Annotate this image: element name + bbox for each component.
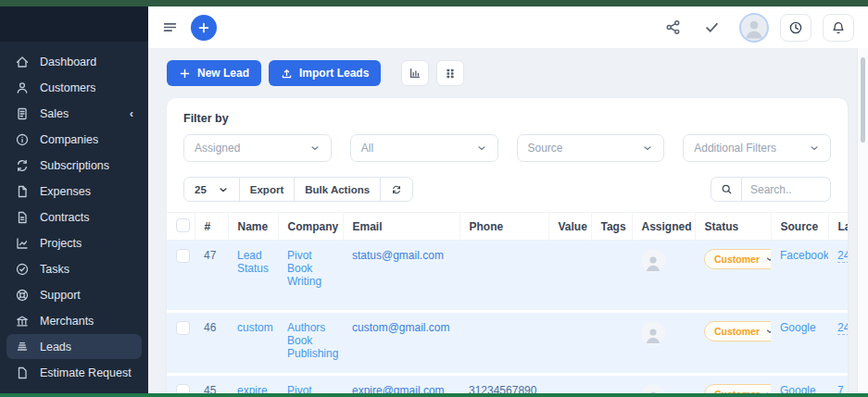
row-select-cell <box>167 241 195 312</box>
lead-email: expire@gmail.com <box>343 375 459 394</box>
sidebar-item-knowledge-base[interactable]: Knowledge Base <box>6 386 142 393</box>
sidebar-item-dashboard[interactable]: Dashboard <box>6 49 142 74</box>
page-scrollbar[interactable] <box>857 48 868 393</box>
quick-add-button[interactable] <box>191 15 217 41</box>
sidebar-item-tasks[interactable]: Tasks <box>6 256 142 281</box>
lead-id: 45 <box>195 375 228 394</box>
lead-value <box>548 375 591 394</box>
menu-toggle-icon[interactable] <box>160 19 179 37</box>
column-header-assigned[interactable]: Assigned <box>632 213 695 241</box>
plus-icon <box>179 68 191 80</box>
sidebar-item-sales[interactable]: Sales‹ <box>6 101 142 126</box>
assigned-avatar[interactable] <box>641 384 665 393</box>
column-header-source[interactable]: Source <box>771 213 828 241</box>
lead-name-link[interactable]: custom <box>237 321 273 334</box>
new-lead-label: New Lead <box>197 67 249 80</box>
company-link[interactable]: Authors Book Publishing <box>287 321 338 360</box>
lead-name-cell: Lead Status <box>228 241 278 312</box>
kanban-view-button[interactable] <box>436 60 464 86</box>
sidebar-item-expenses[interactable]: Expenses <box>6 179 142 204</box>
status-dropdown[interactable]: Customer <box>704 249 771 269</box>
assigned-avatar[interactable] <box>641 249 665 273</box>
last-contact-link[interactable]: 7 <box>837 384 844 393</box>
notifications-bell-button[interactable] <box>823 14 854 42</box>
export-button[interactable]: Export <box>239 177 295 202</box>
assigned-avatar[interactable] <box>641 321 665 345</box>
sidebar-item-support[interactable]: Support <box>6 282 142 307</box>
sidebar-item-label: Support <box>40 289 81 302</box>
lead-name-link[interactable]: expire check <box>237 384 268 393</box>
sidebar-item-customers[interactable]: Customers <box>6 75 142 100</box>
sidebar-item-projects[interactable]: Projects <box>6 230 142 255</box>
search-button[interactable] <box>711 177 742 202</box>
column-header-company[interactable]: Company <box>278 213 343 241</box>
company-link[interactable]: Pivot Book Writing <box>287 384 321 393</box>
source-link[interactable]: Google <box>780 384 816 393</box>
company-link[interactable]: Pivot Book Writing <box>287 249 321 288</box>
row-checkbox[interactable] <box>176 249 190 263</box>
select-all-checkbox[interactable] <box>176 218 190 232</box>
user-avatar[interactable] <box>739 13 769 43</box>
scrollbar-thumb[interactable] <box>861 57 865 143</box>
sidebar-item-merchants[interactable]: Merchants <box>6 308 142 333</box>
checkmark-icon[interactable] <box>702 19 721 37</box>
assigned-cell <box>632 375 695 394</box>
share-icon[interactable] <box>663 19 682 37</box>
chevron-down-icon <box>642 143 653 154</box>
new-lead-button[interactable]: New Lead <box>167 60 261 86</box>
filter-dropdown-additional-filters[interactable]: Additional Filters <box>683 134 831 162</box>
sidebar: DashboardCustomersSales‹CompaniesSubscri… <box>0 6 148 393</box>
expenses-icon <box>15 184 30 199</box>
table-row: 47Lead StatusPivot Book Writingstatus@gm… <box>167 241 848 312</box>
last-contact-link[interactable]: 24 <box>837 321 848 335</box>
lead-phone <box>459 241 548 312</box>
filter-dropdown-all[interactable]: All <box>350 134 498 162</box>
companies-icon <box>15 132 30 147</box>
chevron-left-icon: ‹ <box>130 106 133 120</box>
last-contact-link[interactable]: 24 <box>837 249 848 263</box>
search-input[interactable] <box>742 177 831 202</box>
grid-icon <box>444 67 457 80</box>
column-header-la[interactable]: La <box>828 213 848 241</box>
lead-id: 46 <box>195 312 228 375</box>
source-link[interactable]: Facebook <box>780 249 828 262</box>
column-header-status[interactable]: Status <box>695 213 771 241</box>
sidebar-item-label: Subscriptions <box>40 159 109 172</box>
page-size-select[interactable]: 25 <box>183 177 240 202</box>
table-row: 45expire checkPivot Book Writingexpire@g… <box>167 375 848 394</box>
company-cell: Authors Book Publishing <box>278 312 343 375</box>
column-header-value[interactable]: Value <box>548 213 591 241</box>
filter-section: Filter by AssignedAllSourceAdditional Fi… <box>167 98 848 177</box>
column-header-tags[interactable]: Tags <box>591 213 632 241</box>
sidebar-item-estimate-request[interactable]: Estimate Request <box>6 360 142 385</box>
sidebar-item-contracts[interactable]: Contracts <box>6 205 142 230</box>
row-checkbox[interactable] <box>176 321 190 335</box>
frame-top-border <box>0 0 868 6</box>
column-header-phone[interactable]: Phone <box>459 213 548 241</box>
column-header--[interactable]: # <box>195 213 228 241</box>
lead-name-link[interactable]: Lead Status <box>237 249 269 275</box>
filter-dropdown-assigned[interactable]: Assigned <box>183 134 332 162</box>
sidebar-item-leads[interactable]: Leads <box>6 334 142 359</box>
customers-icon <box>15 81 30 95</box>
sidebar-item-label: Companies <box>40 133 98 146</box>
row-checkbox[interactable] <box>176 384 190 393</box>
import-leads-button[interactable]: Import Leads <box>269 60 381 86</box>
column-header-name[interactable]: Name <box>228 213 278 241</box>
source-link[interactable]: Google <box>780 321 816 334</box>
assigned-cell <box>632 241 695 312</box>
column-header-email[interactable]: Email <box>343 213 459 241</box>
chart-view-button[interactable] <box>401 60 429 86</box>
history-clock-button[interactable] <box>780 14 811 42</box>
home-icon <box>15 55 30 69</box>
company-cell: Pivot Book Writing <box>278 375 343 394</box>
chevron-down-icon <box>218 184 229 195</box>
refresh-button[interactable] <box>380 177 413 202</box>
sidebar-item-companies[interactable]: Companies <box>6 127 142 152</box>
chevron-down-icon <box>765 327 771 336</box>
status-dropdown[interactable]: Customer <box>704 321 771 341</box>
filter-dropdown-source[interactable]: Source <box>517 134 665 162</box>
status-dropdown[interactable]: Customer <box>704 384 771 393</box>
bulk-actions-button[interactable]: Bulk Actions <box>294 177 381 202</box>
sidebar-item-subscriptions[interactable]: Subscriptions <box>6 153 142 178</box>
